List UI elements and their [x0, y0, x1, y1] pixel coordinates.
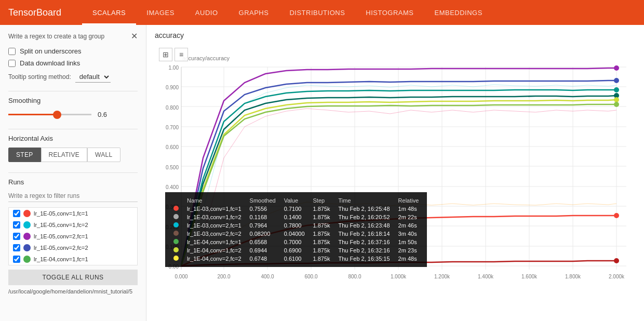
run-color-dot: [23, 244, 31, 251]
svg-text:0.600: 0.600: [166, 144, 179, 150]
tab-histograms[interactable]: HISTOGRAMS: [355, 0, 424, 25]
tooltip-step: 1.875k: [309, 246, 334, 255]
tooltip-relative: 1m 50s: [394, 238, 423, 246]
data-download-row: Data download links: [8, 59, 138, 67]
run-label: lr_1E-04,conv=1,fc=1: [34, 256, 88, 262]
svg-text:1.000k: 1.000k: [391, 274, 407, 279]
run-item[interactable]: lr_1E-04,conv=1,fc=1: [9, 253, 137, 265]
tooltip-dot-cell: [169, 213, 183, 221]
data-download-label: Data download links: [20, 59, 80, 67]
svg-text:2.000k: 2.000k: [609, 274, 625, 279]
nav-tabs: SCALARS IMAGES AUDIO GRAPHS DISTRIBUTION…: [82, 0, 493, 25]
tooltip-step: 1.875k: [309, 205, 334, 213]
runs-list: lr_1E-05,conv=1,fc=1 lr_1E-05,conv=1,fc=…: [8, 207, 138, 265]
run-label: lr_1E-05,conv=1,fc=2: [34, 222, 88, 228]
tooltip-sort-select[interactable]: default: [75, 71, 111, 83]
tooltip-dot-cell: [169, 246, 183, 255]
chart-container: ⊞ ≡ accuracy/accuracy 1.00 0.900 0.800 0…: [155, 44, 636, 298]
tab-embeddings[interactable]: EMBEDDINGS: [424, 0, 493, 25]
split-underscores-label: Split on underscores: [20, 47, 82, 55]
svg-text:800.0: 800.0: [348, 274, 361, 279]
axis-relative-btn[interactable]: RELATIVE: [41, 148, 88, 162]
runs-title: Runs: [8, 178, 138, 186]
run-item[interactable]: lr_1E-05,conv=1,fc=1: [9, 208, 137, 219]
tooltip-value: 0.7000: [280, 238, 309, 246]
tooltip-dot-cell: [169, 205, 183, 213]
svg-text:0.700: 0.700: [166, 125, 179, 130]
run-checkbox[interactable]: [13, 221, 20, 229]
chart-title: accuracy: [155, 31, 636, 39]
svg-text:0.500: 0.500: [166, 165, 179, 170]
axis-step-btn[interactable]: STEP: [8, 148, 41, 162]
svg-point-33: [614, 65, 619, 71]
svg-point-38: [614, 102, 619, 107]
run-checkbox[interactable]: [13, 210, 20, 217]
svg-point-39: [614, 213, 619, 218]
svg-text:200.0: 200.0: [217, 274, 230, 279]
run-color-dot: [23, 256, 31, 263]
split-underscores-row: Split on underscores: [8, 47, 138, 55]
tooltip-time: Thu Feb 2, 16:20:52: [334, 213, 394, 221]
tab-images[interactable]: IMAGES: [136, 0, 185, 25]
main-layout: Write a regex to create a tag group ✕ Sp…: [0, 25, 644, 321]
tab-scalars[interactable]: SCALARS: [82, 0, 136, 25]
divider-2: [8, 129, 138, 129]
data-download-checkbox[interactable]: [8, 60, 16, 67]
svg-text:0.000: 0.000: [175, 274, 187, 279]
tooltip-value: 0.6100: [280, 255, 309, 263]
tab-graphs[interactable]: GRAPHS: [229, 0, 279, 25]
tooltip-relative: 2m 23s: [394, 246, 423, 255]
run-checkbox[interactable]: [13, 244, 20, 251]
tab-distributions[interactable]: DISTRIBUTIONS: [279, 0, 355, 25]
chart-subtitle: accuracy/accuracy: [182, 55, 230, 61]
smoothing-title: Smoothing: [8, 97, 138, 104]
tooltip-time: Thu Feb 2, 16:18:14: [334, 230, 394, 238]
tooltip-smoothed: 0.1168: [246, 213, 280, 221]
split-underscores-checkbox[interactable]: [8, 48, 16, 55]
run-color-dot: [23, 221, 31, 229]
menu-icon[interactable]: ≡: [175, 48, 188, 61]
tooltip-col-name: Name: [183, 196, 246, 205]
tooltip-time: Thu Feb 2, 16:25:48: [334, 205, 394, 213]
svg-point-34: [614, 78, 619, 83]
tooltip-row: lr_1E-03,conv=2,fc=1 0.7964 0.7800 1.875…: [169, 221, 423, 230]
tooltip-row: lr_1E-03,conv=1,fc=2 0.1168 0.1400 1.875…: [169, 213, 423, 221]
divider-3: [8, 172, 138, 173]
svg-text:1.600k: 1.600k: [521, 274, 538, 279]
svg-point-40: [614, 258, 619, 263]
svg-point-37: [614, 97, 619, 102]
tooltip-col-dot: [169, 196, 183, 205]
tooltip-name: lr_1E-03,conv=2,fc=1: [183, 221, 246, 230]
runs-filter-input[interactable]: [8, 190, 138, 202]
tooltip-relative: 2m 46s: [394, 221, 423, 230]
close-icon[interactable]: ✕: [131, 31, 138, 41]
tooltip-row: lr_1E-04,conv=2,fc=2 0.6748 0.6100 1.875…: [169, 255, 423, 263]
tab-audio[interactable]: AUDIO: [185, 0, 229, 25]
tooltip-smoothed: 0.7556: [246, 205, 280, 213]
run-item[interactable]: lr_1E-05,conv=2,fc=2: [9, 242, 137, 253]
svg-text:1.200k: 1.200k: [434, 274, 450, 279]
tooltip-value: 0.6900: [280, 246, 309, 255]
tooltip-relative: 1m 48s: [394, 205, 423, 213]
svg-text:1.00: 1.00: [169, 65, 179, 71]
run-checkbox[interactable]: [13, 233, 20, 240]
tooltip-col-relative: Relative: [394, 196, 423, 205]
smoothing-container: 0.6: [8, 111, 138, 118]
svg-text:600.0: 600.0: [304, 274, 317, 279]
tooltip-relative: 2m 48s: [394, 255, 423, 263]
tooltip-value: 0.7100: [280, 205, 309, 213]
tooltip-time: Thu Feb 2, 16:23:48: [334, 221, 394, 230]
tooltip-name: lr_1E-04,conv=2,fc=2: [183, 255, 246, 263]
tooltip-table: Name Smoothed Value Step Time Relative l…: [165, 192, 427, 267]
toggle-all-button[interactable]: TOGGLE ALL RUNS: [8, 270, 138, 285]
tooltip-col-step: Step: [309, 196, 334, 205]
run-item[interactable]: lr_1E-05,conv=2,fc=1: [9, 231, 137, 242]
tooltip-smoothed: 0.7964: [246, 221, 280, 230]
tooltip-step: 1.875k: [309, 221, 334, 230]
smoothing-slider[interactable]: [8, 114, 91, 115]
run-checkbox[interactable]: [13, 256, 20, 263]
axis-wall-btn[interactable]: WALL: [87, 148, 120, 162]
zoom-icon[interactable]: ⊞: [159, 48, 172, 61]
tooltip-value: 0.1400: [280, 213, 309, 221]
run-item[interactable]: lr_1E-05,conv=1,fc=2: [9, 219, 137, 231]
